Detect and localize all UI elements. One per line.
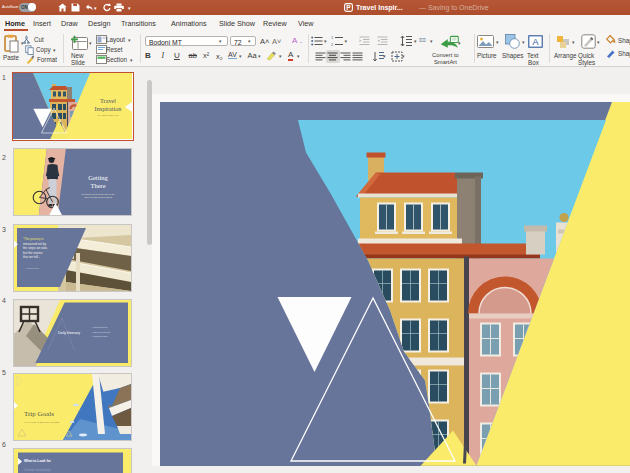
svg-text:—Anonymous: —Anonymous bbox=[23, 267, 39, 270]
svg-text:Travel: Travel bbox=[100, 97, 116, 104]
svg-text:There: There bbox=[90, 182, 105, 189]
svg-text:Inspiration: Inspiration bbox=[94, 104, 121, 111]
svg-text:• Guided tours: • Guided tours bbox=[92, 326, 108, 329]
svg-text:• Scenic overlook: • Scenic overlook bbox=[92, 330, 111, 333]
svg-text:WHAT WE'VE SET OUT TO SEE: WHAT WE'VE SET OUT TO SEE bbox=[24, 421, 60, 424]
svg-text:A: A bbox=[532, 37, 538, 47]
svg-text:Daily Itinerary: Daily Itinerary bbox=[58, 331, 80, 335]
svg-text:• Central plaza: • Central plaza bbox=[92, 335, 108, 338]
svg-text:measured not by: measured not by bbox=[23, 241, 46, 245]
svg-text:Consider visiting longer: Consider visiting longer bbox=[24, 467, 51, 471]
svg-text:the steps we take,: the steps we take, bbox=[23, 246, 48, 250]
svg-text:P: P bbox=[346, 4, 351, 11]
svg-text:Getting: Getting bbox=[88, 174, 108, 181]
svg-text:as we tell stories the truth s: as we tell stories the truth sit bbox=[84, 195, 112, 197]
svg-text:but the stories: but the stories bbox=[23, 250, 43, 254]
svg-text:No traveler sees all the way t: No traveler sees all the way to the bbox=[82, 192, 116, 194]
svg-text:"The journey is: "The journey is bbox=[23, 237, 44, 241]
svg-text:1: 1 bbox=[331, 36, 334, 40]
svg-text:that we tell...: that we tell... bbox=[23, 255, 41, 259]
svg-text:What to Look for: What to Look for bbox=[24, 459, 52, 463]
svg-text:BY KENJI SERANO: BY KENJI SERANO bbox=[97, 114, 118, 116]
svg-text:Trip Goals: Trip Goals bbox=[24, 410, 54, 418]
svg-text:2: 2 bbox=[331, 42, 334, 46]
